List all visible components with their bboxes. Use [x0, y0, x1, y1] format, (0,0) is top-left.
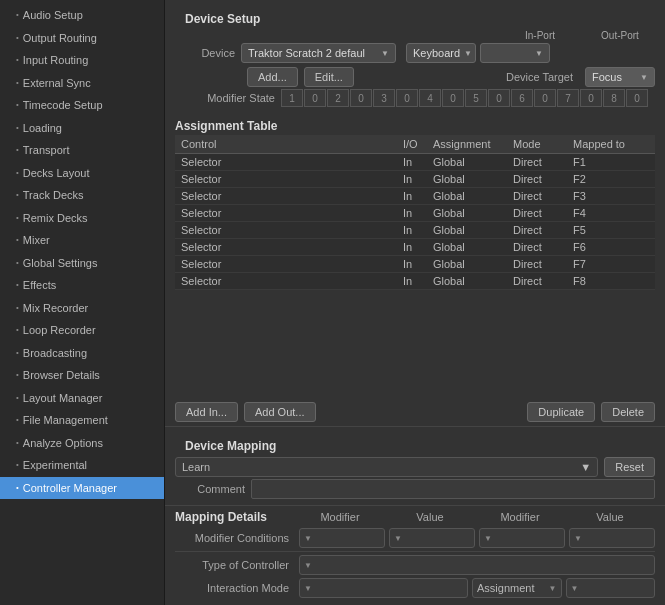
delete-button[interactable]: Delete [601, 402, 655, 422]
cell-io: In [401, 257, 431, 271]
table-row[interactable]: SelectorInGlobalDirectF4 [175, 205, 655, 222]
modifier-cond-dd-4[interactable]: ▼ [569, 528, 655, 548]
bullet-icon: • [16, 189, 19, 201]
sidebar-item-timecode-setup[interactable]: •Timecode Setup [0, 94, 164, 117]
modifier-cell-7[interactable]: 0 [442, 89, 464, 107]
modifier-conditions-row: Modifier Conditions ▼ ▼ ▼ ▼ [175, 528, 655, 548]
table-row[interactable]: SelectorInGlobalDirectF3 [175, 188, 655, 205]
cell-control: Selector [179, 189, 401, 203]
device-mapping-title: Device Mapping [175, 431, 655, 457]
cell-assignment: Global [431, 274, 511, 288]
sidebar-item-input-routing[interactable]: •Input Routing [0, 49, 164, 72]
comment-label: Comment [175, 483, 245, 495]
device-dropdown[interactable]: Traktor Scratch 2 defaul ▼ [241, 43, 396, 63]
bullet-icon: • [16, 234, 19, 246]
interaction-mode-row: Interaction Mode ▼ Assignment ▼ ▼ [175, 578, 655, 598]
sidebar-item-file-management[interactable]: •File Management [0, 409, 164, 432]
cell-mode: Direct [511, 172, 571, 186]
sidebar-item-broadcasting[interactable]: •Broadcasting [0, 342, 164, 365]
sidebar-item-loading[interactable]: •Loading [0, 117, 164, 140]
modifier-cell-1[interactable]: 0 [304, 89, 326, 107]
table-row[interactable]: SelectorInGlobalDirectF5 [175, 222, 655, 239]
bullet-icon: • [16, 144, 19, 156]
bullet-icon: • [16, 369, 19, 381]
sidebar-item-layout-manager[interactable]: •Layout Manager [0, 387, 164, 410]
bullet-icon: • [16, 437, 19, 449]
interaction-mode-dd[interactable]: ▼ [299, 578, 468, 598]
modifier-cell-3[interactable]: 0 [350, 89, 372, 107]
modifier-cell-15[interactable]: 0 [626, 89, 648, 107]
learn-row: Learn ▼ Reset [175, 457, 655, 477]
sidebar-item-mixer[interactable]: •Mixer [0, 229, 164, 252]
sidebar-item-transport[interactable]: •Transport [0, 139, 164, 162]
assignment-val-dd[interactable]: ▼ [566, 578, 656, 598]
device-setup-section: Device Setup In-Port Out-Port Device Tra… [165, 0, 665, 115]
add-out-button[interactable]: Add Out... [244, 402, 316, 422]
sidebar-item-track-decks[interactable]: •Track Decks [0, 184, 164, 207]
sidebar-item-label: Effects [23, 277, 56, 294]
sidebar-item-label: Remix Decks [23, 210, 88, 227]
bullet-icon: • [16, 32, 19, 44]
comment-input[interactable] [251, 479, 655, 499]
modifier-cond-dd-3[interactable]: ▼ [479, 528, 565, 548]
device-target-label: Device Target [506, 71, 573, 83]
assignment-dd[interactable]: Assignment ▼ [472, 578, 562, 598]
sidebar-item-output-routing[interactable]: •Output Routing [0, 27, 164, 50]
bullet-icon: • [16, 414, 19, 426]
bullet-icon: • [16, 482, 19, 494]
sidebar-item-experimental[interactable]: •Experimental [0, 454, 164, 477]
cell-mapped: F4 [571, 206, 651, 220]
cell-mode: Direct [511, 274, 571, 288]
bullet-icon: • [16, 324, 19, 336]
col-value-1: Value [385, 511, 475, 523]
sidebar-item-decks-layout[interactable]: •Decks Layout [0, 162, 164, 185]
sidebar-item-external-sync[interactable]: •External Sync [0, 72, 164, 95]
cell-control: Selector [179, 257, 401, 271]
bullet-icon: • [16, 9, 19, 21]
sidebar-item-loop-recorder[interactable]: •Loop Recorder [0, 319, 164, 342]
table-row[interactable]: SelectorInGlobalDirectF2 [175, 171, 655, 188]
in-port-dropdown[interactable]: Keyboard ▼ [406, 43, 476, 63]
sidebar-item-controller-manager[interactable]: •Controller Manager [0, 477, 164, 500]
sidebar-item-global-settings[interactable]: •Global Settings [0, 252, 164, 275]
table-row[interactable]: SelectorInGlobalDirectF6 [175, 239, 655, 256]
cell-mode: Direct [511, 189, 571, 203]
table-row[interactable]: SelectorInGlobalDirectF8 [175, 273, 655, 290]
cell-assignment: Global [431, 172, 511, 186]
table-row[interactable]: SelectorInGlobalDirectF7 [175, 256, 655, 273]
reset-button[interactable]: Reset [604, 457, 655, 477]
bullet-icon: • [16, 279, 19, 291]
modifier-cond-dd-1[interactable]: ▼ [299, 528, 385, 548]
port-labels-row: In-Port Out-Port [175, 30, 655, 41]
duplicate-button[interactable]: Duplicate [527, 402, 595, 422]
cell-mode: Direct [511, 155, 571, 169]
in-port-value: Keyboard [413, 47, 460, 59]
type-controller-dd[interactable]: ▼ [299, 555, 655, 575]
learn-dropdown[interactable]: Learn ▼ [175, 457, 598, 477]
in-port-label: In-Port [505, 30, 575, 41]
add-in-button[interactable]: Add In... [175, 402, 238, 422]
modifier-cond-dd-2[interactable]: ▼ [389, 528, 475, 548]
sidebar-item-browser-details[interactable]: •Browser Details [0, 364, 164, 387]
cell-io: In [401, 223, 431, 237]
device-target-dropdown[interactable]: Focus ▼ [585, 67, 655, 87]
modifier-cell-9[interactable]: 0 [488, 89, 510, 107]
bullet-icon: • [16, 347, 19, 359]
modifier-cell-5[interactable]: 0 [396, 89, 418, 107]
add-button[interactable]: Add... [247, 67, 298, 87]
modifier-cell-11[interactable]: 0 [534, 89, 556, 107]
sidebar-item-remix-decks[interactable]: •Remix Decks [0, 207, 164, 230]
sidebar-item-effects[interactable]: •Effects [0, 274, 164, 297]
sidebar-item-mix-recorder[interactable]: •Mix Recorder [0, 297, 164, 320]
modifier-cell-13[interactable]: 0 [580, 89, 602, 107]
sidebar-item-analyze-options[interactable]: •Analyze Options [0, 432, 164, 455]
table-row[interactable]: SelectorInGlobalDirectF1 [175, 154, 655, 171]
assignment-arrow: ▼ [549, 584, 557, 593]
sidebar-item-label: External Sync [23, 75, 91, 92]
cell-io: In [401, 172, 431, 186]
sidebar-item-audio-setup[interactable]: •Audio Setup [0, 4, 164, 27]
out-port-dropdown[interactable]: ▼ [480, 43, 550, 63]
edit-button[interactable]: Edit... [304, 67, 354, 87]
cell-io: In [401, 206, 431, 220]
cell-assignment: Global [431, 257, 511, 271]
